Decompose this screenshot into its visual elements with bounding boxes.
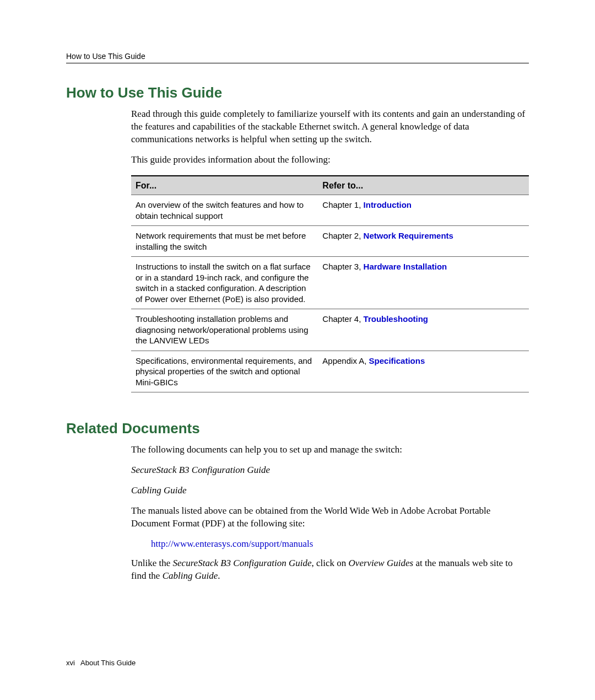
para3-cabling-guide: Cabling Guide bbox=[163, 570, 218, 581]
table-header-for: For... bbox=[131, 176, 318, 195]
refer-link-hardware-installation[interactable]: Hardware Installation bbox=[364, 262, 447, 271]
table-row: Network requirements that must be met be… bbox=[131, 226, 529, 257]
section2-para2: The manuals listed above can be obtained… bbox=[131, 505, 529, 530]
section-heading-related-documents: Related Documents bbox=[66, 420, 529, 437]
reference-table: For... Refer to... An overview of the sw… bbox=[131, 175, 529, 393]
table-row: Troubleshooting installation problems an… bbox=[131, 309, 529, 351]
refer-prefix: Chapter 3, bbox=[322, 262, 363, 271]
refer-link-introduction[interactable]: Introduction bbox=[364, 200, 412, 209]
section2-para3: Unlike the SecureStack B3 Configuration … bbox=[131, 557, 529, 583]
document-page: How to Use This Guide How to Use This Gu… bbox=[0, 0, 595, 700]
section1-para1: Read through this guide completely to fa… bbox=[131, 108, 529, 146]
for-cell: Network requirements that must be met be… bbox=[131, 226, 318, 257]
for-cell: An overview of the switch features and h… bbox=[131, 195, 318, 226]
table-row: Specifications, environmental requiremen… bbox=[131, 351, 529, 392]
refer-cell: Chapter 2, Network Requirements bbox=[318, 226, 529, 257]
for-cell: Specifications, environmental requiremen… bbox=[131, 351, 318, 392]
refer-prefix: Appendix A, bbox=[322, 356, 369, 365]
refer-cell: Appendix A, Specifications bbox=[318, 351, 529, 392]
para3-overview-guides: Overview Guides bbox=[349, 558, 414, 568]
para3-doc1: SecureStack B3 Configuration Guide bbox=[173, 558, 312, 568]
table-row: An overview of the switch features and h… bbox=[131, 195, 529, 226]
section1-para2: This guide provides information about th… bbox=[131, 154, 529, 166]
para3-text: Unlike the bbox=[131, 558, 173, 568]
related-doc-2: Cabling Guide bbox=[131, 484, 529, 497]
para3-text: , click on bbox=[312, 558, 349, 568]
table-header-refer: Refer to... bbox=[318, 176, 529, 195]
for-cell: Troubleshooting installation problems an… bbox=[131, 309, 318, 351]
footer-label: About This Guide bbox=[80, 659, 136, 667]
refer-link-network-requirements[interactable]: Network Requirements bbox=[364, 231, 453, 240]
section-heading-how-to-use: How to Use This Guide bbox=[66, 84, 529, 101]
refer-prefix: Chapter 1, bbox=[322, 200, 363, 209]
section1-body: Read through this guide completely to fa… bbox=[131, 108, 529, 392]
related-doc-1: SecureStack B3 Configuration Guide bbox=[131, 464, 529, 477]
page-number: xvi bbox=[66, 659, 75, 667]
refer-link-troubleshooting[interactable]: Troubleshooting bbox=[364, 314, 429, 324]
para3-text: . bbox=[218, 570, 220, 581]
page-footer: xvi About This Guide bbox=[66, 659, 136, 667]
refer-prefix: Chapter 2, bbox=[322, 231, 363, 240]
manuals-url-link[interactable]: http://www.enterasys.com/support/manuals bbox=[151, 538, 529, 551]
refer-cell: Chapter 1, Introduction bbox=[318, 195, 529, 226]
refer-link-specifications[interactable]: Specifications bbox=[369, 356, 425, 365]
section2-para1: The following documents can help you to … bbox=[131, 444, 529, 456]
table-row: Instructions to install the switch on a … bbox=[131, 257, 529, 309]
refer-cell: Chapter 4, Troubleshooting bbox=[318, 309, 529, 351]
refer-prefix: Chapter 4, bbox=[322, 314, 363, 324]
running-header: How to Use This Guide bbox=[66, 52, 529, 63]
section2-body: The following documents can help you to … bbox=[131, 444, 529, 583]
refer-cell: Chapter 3, Hardware Installation bbox=[318, 257, 529, 309]
for-cell: Instructions to install the switch on a … bbox=[131, 257, 318, 309]
